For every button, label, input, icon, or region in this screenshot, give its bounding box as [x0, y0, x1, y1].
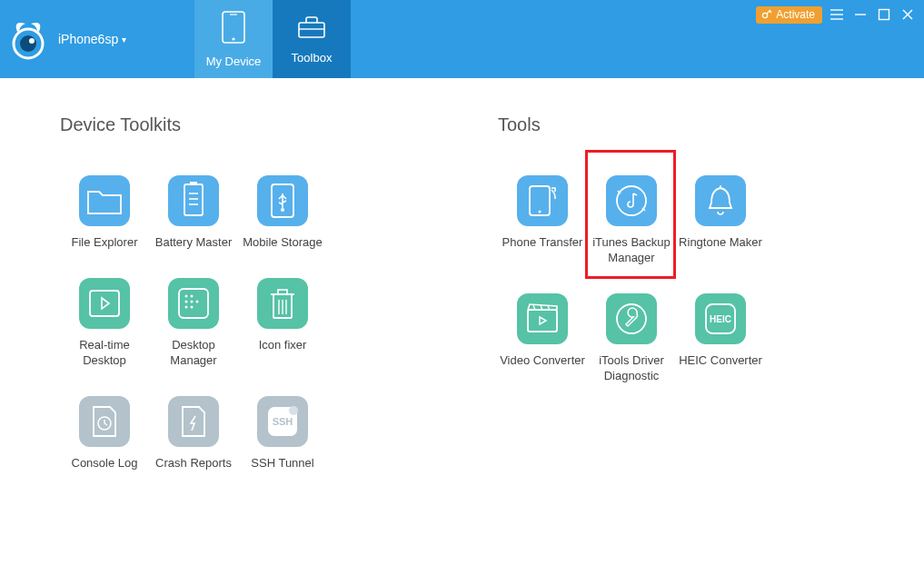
svg-point-8 [763, 13, 768, 17]
minimize-icon [854, 8, 867, 21]
tool-tile[interactable]: iTunes Backup Manager [587, 175, 676, 266]
tile-label: File Explorer [72, 235, 138, 251]
clock-file-icon [79, 396, 130, 447]
trash-icon [257, 278, 308, 329]
tools-section: Tools Phone TransferiTunes Backup Manage… [445, 114, 924, 471]
heic-icon [695, 293, 746, 344]
toolkit-tile[interactable]: Crash Reports [149, 396, 238, 471]
tool-tile[interactable]: Video Converter [498, 293, 587, 384]
toolkit-tile[interactable]: Battery Master [149, 175, 238, 251]
tool-tile[interactable]: iTools Driver Diagnostic [587, 293, 676, 384]
device-selector[interactable]: iPhone6sp [58, 32, 126, 46]
toolkit-tile[interactable]: Console Log [60, 396, 149, 471]
toolkit-tile[interactable]: File Explorer [60, 175, 149, 251]
ssh-icon [257, 396, 308, 447]
tab-toolbox[interactable]: Toolbox [273, 0, 351, 78]
content: Device Toolkits File ExplorerBattery Mas… [0, 78, 924, 471]
usb-icon [257, 175, 308, 226]
tab-my-device[interactable]: My Device [194, 0, 273, 78]
tile-label: Desktop Manager [149, 338, 238, 369]
tablet-icon [220, 10, 247, 47]
clapper-play-icon [517, 293, 568, 344]
nav-tabs: My Device Toolbox [194, 0, 351, 78]
maximize-icon [878, 8, 890, 21]
tile-label: Ringtone Maker [679, 235, 762, 251]
toolkit-tile[interactable]: Icon fixer [238, 278, 327, 369]
section-title: Device Toolkits [60, 114, 445, 135]
tile-label: Phone Transfer [502, 235, 583, 251]
battery-icon [168, 175, 219, 226]
section-title: Tools [498, 114, 924, 135]
maximize-button[interactable] [875, 5, 893, 24]
toolkit-tile[interactable]: Desktop Manager [149, 278, 238, 369]
crash-file-icon [168, 396, 219, 447]
wrench-circle-icon [606, 293, 657, 344]
music-refresh-icon [606, 175, 657, 226]
app-logo-icon [7, 18, 49, 60]
toolkit-tile[interactable]: SSH Tunnel [238, 396, 327, 471]
close-icon [901, 8, 914, 21]
device-name-label: iPhone6sp [58, 32, 118, 46]
tile-label: Crash Reports [155, 456, 232, 471]
tool-tile[interactable]: HEIC Converter [676, 293, 765, 384]
menu-icon [830, 8, 844, 21]
minimize-button[interactable] [851, 5, 869, 24]
activate-button[interactable]: Activate [756, 6, 822, 24]
tool-tile[interactable]: Ringtone Maker [676, 175, 765, 266]
header: iPhone6sp My Device Toolbox [0, 0, 924, 78]
tool-tile[interactable]: Phone Transfer [498, 175, 587, 266]
tile-label: HEIC Converter [679, 353, 762, 369]
tile-label: Video Converter [500, 353, 585, 369]
tile-label: iTunes Backup Manager [587, 235, 676, 266]
bell-icon [695, 175, 746, 226]
svg-rect-6 [299, 23, 324, 37]
tab-label: Toolbox [292, 51, 333, 64]
tile-label: Mobile Storage [243, 235, 322, 251]
play-window-icon [79, 278, 130, 329]
tile-label: Icon fixer [259, 338, 307, 353]
folder-icon [79, 175, 130, 226]
tile-label: iTools Driver Diagnostic [587, 353, 676, 384]
menu-button[interactable] [828, 5, 846, 24]
activate-label: Activate [776, 8, 815, 21]
toolkit-tile[interactable]: Mobile Storage [238, 175, 327, 251]
logo-area: iPhone6sp [0, 0, 194, 78]
svg-rect-15 [879, 10, 889, 20]
toolkit-tile[interactable]: Real-time Desktop [60, 278, 149, 369]
svg-point-4 [232, 37, 234, 40]
device-toolkits-section: Device Toolkits File ExplorerBattery Mas… [0, 114, 445, 471]
svg-point-2 [29, 38, 35, 44]
tile-label: Battery Master [155, 235, 233, 251]
tile-label: Real-time Desktop [60, 338, 149, 369]
grid-icon [168, 278, 219, 329]
phone-transfer-icon [517, 175, 568, 226]
close-button[interactable] [899, 5, 917, 24]
key-icon [761, 8, 772, 22]
device-toolkits-grid: File ExplorerBattery MasterMobile Storag… [60, 175, 445, 471]
tile-label: Console Log [72, 456, 138, 471]
tab-label: My Device [206, 55, 262, 68]
window-controls: Activate [756, 5, 917, 24]
tools-grid: Phone TransferiTunes Backup ManagerRingt… [498, 175, 924, 384]
svg-point-1 [20, 35, 36, 52]
tile-label: SSH Tunnel [251, 456, 313, 471]
toolbox-icon [295, 14, 328, 44]
svg-line-10 [770, 11, 771, 13]
